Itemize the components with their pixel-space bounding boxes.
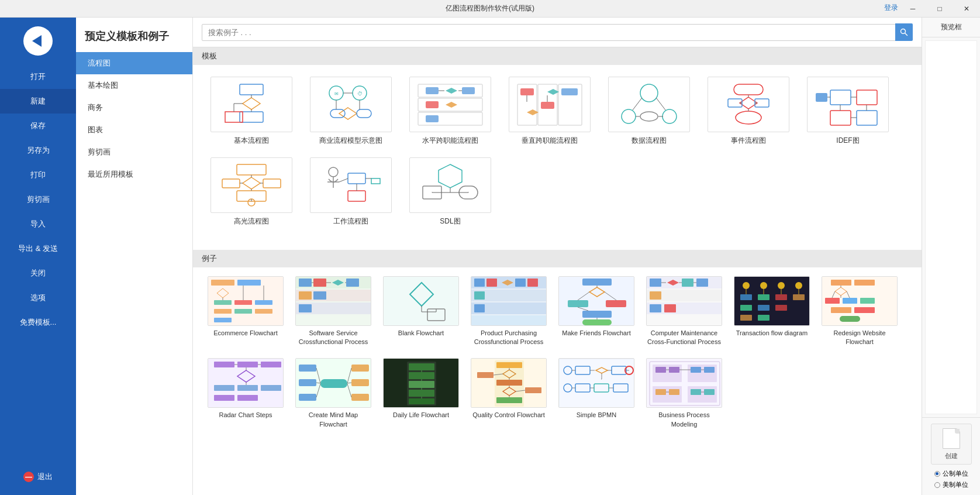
svg-rect-221 [351,394,369,401]
svg-rect-230 [409,363,434,370]
svg-rect-147 [582,311,612,318]
examples-section-header: 例子 [193,250,922,267]
template-thumb-basic-flow [211,77,292,132]
example-computer-maintenance[interactable]: Computer Maintenance Cross-Functional Pr… [646,276,722,347]
template-business-flow[interactable]: ✉ ⏱ 商业流程模型示意图 [310,77,392,146]
new-file-icon [943,428,960,449]
close-btn[interactable]: ✕ [953,0,980,18]
minimize-btn[interactable]: ─ [899,0,926,18]
sidebar-item-new[interactable]: 新建 [0,89,76,114]
example-thumb-blank-flowchart [383,276,459,326]
window-controls: ─ □ ✕ [899,0,980,18]
svg-rect-163 [650,304,661,312]
svg-rect-218 [299,394,316,401]
sidebar-item-saveas[interactable]: 另存为 [0,138,76,163]
sidebar-item-export[interactable]: 导出 & 发送 [0,236,76,261]
template-idef[interactable]: IDEF图 [807,77,889,146]
svg-rect-83 [348,191,365,201]
example-ecommerce[interactable]: Ecommerce Flowchart [208,276,284,347]
svg-rect-59 [830,90,851,105]
unit-option-metric[interactable]: 公制单位 [934,469,968,478]
template-label-work-flow: 工作流程图 [310,216,392,226]
svg-line-1 [905,33,907,36]
svg-rect-285 [669,389,679,395]
example-make-friends[interactable]: Make Friends Flowchart [558,276,634,347]
sidebar-item-options[interactable]: 选项 [0,286,76,310]
sidebar-item-freetpl[interactable]: 免费模板... [0,310,76,335]
nav-item-chart[interactable]: 图表 [76,119,192,141]
svg-point-41 [640,84,658,102]
search-input[interactable] [202,24,896,41]
template-highlight-flow[interactable]: 高光流程图 [211,157,292,226]
svg-rect-181 [758,315,769,321]
svg-rect-115 [313,279,326,287]
nav-item-flowchart[interactable]: 流程图 [76,52,192,74]
svg-point-52 [736,111,761,124]
sidebar-item-close[interactable]: 关闭 [0,261,76,286]
svg-rect-217 [299,379,316,386]
example-software-service[interactable]: Software Service Crossfunctional Process [295,276,371,347]
example-thumb-business-process [646,358,722,408]
unit-option-imperial[interactable]: 美制单位 [934,480,968,489]
svg-rect-178 [758,305,769,311]
svg-rect-219 [351,365,369,372]
template-sdl[interactable]: SDL图 [409,157,491,226]
sidebar-item-exit[interactable]: — 退出 [0,465,76,489]
sidebar-item-import[interactable]: 导入 [0,212,76,236]
template-horizontal-cross[interactable]: 水平跨职能流程图 [409,77,491,146]
example-create-mindmap[interactable]: Create Mind Map Flowchart [295,358,371,429]
example-label-blank-flowchart: Blank Flowchart [383,329,459,338]
svg-line-85 [339,178,348,182]
template-data-flow[interactable]: 数据流程图 [608,77,690,146]
example-product-purchasing[interactable]: Product Purchasing Crossfunctional Proce… [471,276,547,347]
example-label-software-service: Software Service Crossfunctional Process [295,329,371,347]
example-business-process[interactable]: Business Process Modeling [646,358,722,429]
template-thumb-idef [807,77,889,132]
example-label-computer-maintenance: Computer Maintenance Cross-Functional Pr… [646,329,722,347]
template-label-highlight-flow: 高光流程图 [211,216,292,226]
svg-rect-26 [426,101,439,108]
svg-rect-36 [541,102,554,109]
svg-marker-24 [446,88,457,94]
svg-rect-281 [669,367,679,373]
svg-rect-23 [426,87,439,94]
example-blank-flowchart[interactable]: Blank Flowchart [383,276,459,347]
sidebar-item-save[interactable]: 保存 [0,114,76,138]
example-redesign-website[interactable]: Redesign Website Flowchart [822,276,898,347]
svg-rect-25 [462,87,475,94]
maximize-btn[interactable]: □ [926,0,953,18]
example-radar-chart[interactable]: Radar Chart Steps [208,358,284,429]
example-label-business-process: Business Process Modeling [646,411,722,429]
svg-rect-34 [520,88,534,95]
template-event-flow[interactable]: 事件流程图 [708,77,789,146]
template-thumb-data-flow [608,77,690,132]
template-vertical-cross[interactable]: 垂直跨职能流程图 [509,77,591,146]
example-thumb-make-friends [558,276,634,326]
sidebar-item-open[interactable]: 打开 [0,64,76,89]
logo-button[interactable] [23,26,53,56]
sidebar-item-clip[interactable]: 剪切画 [0,187,76,212]
nav-item-basicdraw[interactable]: 基本绘图 [76,74,192,97]
svg-rect-158 [650,279,661,287]
example-simple-bpmn[interactable]: Simple BPMN [558,358,634,429]
svg-rect-4 [240,112,263,122]
template-basic-flow[interactable]: 基本流程图 [211,77,292,146]
svg-rect-286 [691,389,701,395]
svg-rect-101 [234,300,252,305]
sidebar-item-print[interactable]: 打印 [0,163,76,187]
nav-item-business[interactable]: 商务 [76,97,192,119]
template-work-flow[interactable]: 工作流程图 [310,157,392,226]
svg-marker-84 [371,178,380,184]
search-button[interactable] [895,23,913,41]
login-link[interactable]: 登录 [884,3,898,13]
main-layout: 打开 新建 保存 另存为 打印 剪切画 导入 导出 & 发送 关闭 选项 免费模… [0,18,980,495]
example-quality-control[interactable]: Quality Control Flowchart [471,358,547,429]
svg-rect-202 [237,362,258,367]
nav-item-clip[interactable]: 剪切画 [76,141,192,163]
app-title: 亿图流程图制作软件(试用版) [446,4,534,13]
example-transaction-flow[interactable]: Transaction flow diagram [734,276,810,347]
create-button[interactable]: 创建 [931,424,972,465]
template-label-horizontal-cross: 水平跨职能流程图 [409,136,491,146]
nav-item-recent[interactable]: 最近所用模板 [76,163,192,185]
example-daily-life[interactable]: Daily Life Flowchart [383,358,459,429]
